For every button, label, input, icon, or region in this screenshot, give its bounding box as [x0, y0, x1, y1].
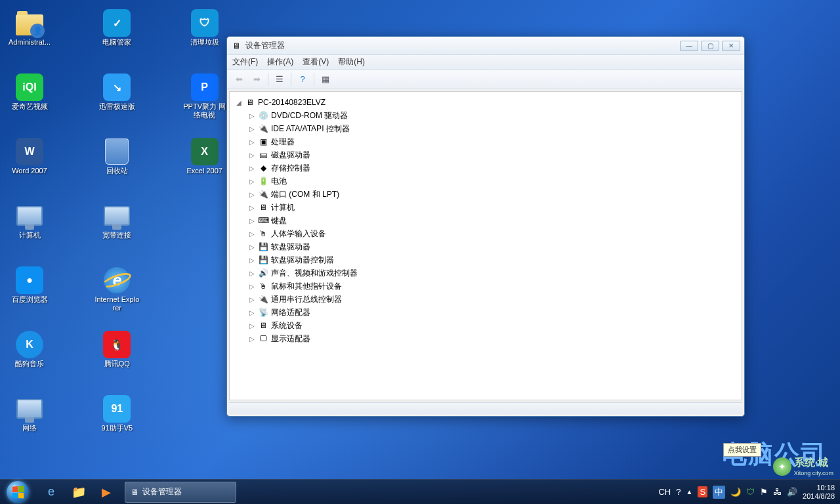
desktop-icon-Internet Explorer[interactable]: eInternet Explorer — [94, 264, 140, 316]
ime-mode[interactable]: 中 — [713, 486, 725, 499]
taskbar: e 📁 ▶ 🖥 设备管理器 CH ? ▲ S 中 🌙 🛡 ⚑ 🖧 🔊 10:18… — [0, 479, 840, 504]
tree-node[interactable]: ▷💿DVD/CD-ROM 驱动器 — [232, 109, 739, 122]
pin-explorer[interactable]: 📁 — [66, 482, 92, 503]
taskbar-item-device-manager[interactable]: 🖥 设备管理器 — [125, 482, 236, 503]
desktop-icon-清理垃圾[interactable]: 🛡清理垃圾 — [182, 7, 228, 59]
expand-icon[interactable]: ▷ — [248, 230, 256, 238]
expand-icon[interactable]: ▷ — [248, 335, 256, 343]
clock[interactable]: 10:18 2014/8/28 — [803, 484, 835, 501]
tree-node[interactable]: ▷🖵显示适配器 — [232, 332, 739, 345]
start-button[interactable] — [0, 480, 35, 505]
expand-icon[interactable]: ▷ — [248, 257, 256, 264]
desktop-icon-91助手V5[interactable]: 9191助手V5 — [94, 392, 140, 445]
node-label: 通用串行总线控制器 — [271, 294, 342, 305]
flag-icon[interactable]: ⚑ — [760, 487, 768, 497]
icon: iQI — [16, 74, 43, 101]
tree-node[interactable]: ▷◆存储控制器 — [232, 161, 739, 175]
expand-icon[interactable]: ▷ — [248, 322, 256, 329]
node-icon: 🖥 — [257, 320, 269, 331]
desktop-icon-Administrat...[interactable]: 👤Administrat... — [7, 7, 52, 59]
expand-icon[interactable]: ▷ — [248, 152, 256, 159]
menu-action[interactable]: 操作(A) — [267, 56, 293, 68]
expand-icon[interactable]: ▷ — [248, 125, 256, 133]
desktop-icon-计算机[interactable]: 计算机 — [7, 200, 52, 252]
titlebar[interactable]: 🖥 设备管理器 — ▢ ✕ — [227, 37, 744, 55]
tooltip-balloon[interactable]: 点我设置 — [723, 443, 761, 457]
security-icon[interactable]: 🛡 — [746, 487, 755, 497]
expand-icon[interactable]: ▷ — [248, 283, 256, 290]
node-label: 显示适配器 — [271, 333, 310, 345]
node-icon: 🖴 — [257, 150, 269, 160]
help-button[interactable]: ? — [295, 72, 310, 87]
menu-help[interactable]: 帮助(H) — [338, 56, 365, 68]
node-icon: 🔌 — [257, 189, 269, 200]
tree-node[interactable]: ▷🖱鼠标和其他指针设备 — [232, 280, 739, 293]
desktop-icon-腾讯QQ[interactable]: 🐧腾讯QQ — [94, 328, 140, 381]
node-label: IDE ATA/ATAPI 控制器 — [271, 123, 350, 135]
expand-icon[interactable]: ▷ — [248, 165, 256, 172]
tree-node[interactable]: ▷▣处理器 — [232, 135, 739, 148]
tree-node[interactable]: ▷🔌通用串行总线控制器 — [232, 293, 739, 306]
expand-icon[interactable]: ▷ — [248, 217, 256, 224]
device-tree[interactable]: ◢ 🖥 PC-20140823ELVZ ▷💿DVD/CD-ROM 驱动器▷🔌ID… — [229, 91, 742, 400]
toolbar: ⬅ ➡ ☰ ? ▦ — [227, 70, 744, 89]
tree-node[interactable]: ▷⌨键盘 — [232, 214, 739, 227]
expand-icon[interactable]: ▷ — [248, 270, 256, 277]
pin-media-player[interactable]: ▶ — [93, 482, 119, 503]
menu-file[interactable]: 文件(F) — [232, 56, 258, 68]
expand-icon[interactable]: ▷ — [248, 204, 256, 211]
expand-icon[interactable]: ▷ — [248, 138, 256, 146]
desktop-icon-回收站[interactable]: 回收站 — [94, 135, 140, 188]
tree-node[interactable]: ▷🖥计算机 — [232, 201, 739, 214]
icon: ✓ — [103, 9, 131, 37]
tree-node[interactable]: ▷🖥系统设备 — [232, 319, 739, 332]
root-label: PC-20140823ELVZ — [258, 98, 326, 107]
tree-node[interactable]: ▷🖴磁盘驱动器 — [232, 148, 739, 161]
icon: X — [191, 138, 219, 165]
forward-button: ➡ — [249, 72, 264, 87]
icon-label: Administrat... — [9, 38, 51, 47]
desktop-icon-Excel 2007[interactable]: XExcel 2007 — [182, 135, 228, 188]
desktop-icon-PPTV聚力 网络电视[interactable]: PPPTV聚力 网络电视 — [182, 71, 228, 123]
close-button[interactable]: ✕ — [722, 41, 740, 51]
expand-icon[interactable]: ▷ — [248, 243, 256, 251]
node-icon: 🔌 — [257, 123, 269, 134]
tree-node[interactable]: ▷🔋电池 — [232, 175, 739, 188]
tree-node[interactable]: ▷💾软盘驱动器 — [232, 240, 739, 253]
pin-ie[interactable]: e — [38, 482, 64, 503]
desktop-icon-爱奇艺视频[interactable]: iQI爱奇艺视频 — [7, 71, 52, 123]
tree-root[interactable]: ◢ 🖥 PC-20140823ELVZ — [232, 96, 739, 109]
node-icon: 🔊 — [257, 268, 269, 278]
volume-icon[interactable]: 🔊 — [787, 487, 797, 497]
icon: 🐧 — [103, 331, 131, 358]
desktop-icon-电脑管家[interactable]: ✓电脑管家 — [94, 7, 140, 59]
expand-icon[interactable]: ▷ — [248, 112, 256, 119]
tree-node[interactable]: ▷💾软盘驱动器控制器 — [232, 253, 739, 266]
help-icon[interactable]: ? — [676, 487, 681, 497]
menu-view[interactable]: 查看(V) — [303, 56, 329, 68]
expand-icon[interactable]: ▷ — [248, 296, 256, 303]
desktop-icon-Word 2007[interactable]: WWord 2007 — [7, 135, 52, 188]
maximize-button[interactable]: ▢ — [701, 41, 719, 51]
desktop-icon-酷狗音乐[interactable]: K酷狗音乐 — [7, 328, 52, 381]
tree-node[interactable]: ▷🔌端口 (COM 和 LPT) — [232, 188, 739, 201]
desktop-icon-宽带连接[interactable]: 宽带连接 — [94, 200, 140, 252]
network-icon[interactable]: 🖧 — [773, 487, 782, 497]
lang-indicator[interactable]: CH — [658, 487, 671, 497]
desktop-icon-迅雷极速版[interactable]: ↘迅雷极速版 — [94, 71, 140, 123]
tree-node[interactable]: ▷🔊声音、视频和游戏控制器 — [232, 266, 739, 280]
tree-node[interactable]: ▷📡网络适配器 — [232, 306, 739, 319]
desktop-icon-百度浏览器[interactable]: ●百度浏览器 — [7, 264, 52, 316]
expand-icon[interactable]: ▷ — [248, 309, 256, 316]
tray-up-icon[interactable]: ▲ — [686, 488, 692, 495]
tree-node[interactable]: ▷🔌IDE ATA/ATAPI 控制器 — [232, 122, 739, 135]
expand-icon[interactable]: ▷ — [248, 191, 256, 198]
scan-hardware-button[interactable]: ▦ — [318, 72, 333, 87]
moon-icon[interactable]: 🌙 — [730, 487, 741, 497]
desktop-icon-网络[interactable]: 网络 — [7, 392, 52, 445]
tree-node[interactable]: ▷🖱人体学输入设备 — [232, 227, 739, 240]
minimize-button[interactable]: — — [680, 41, 698, 51]
expand-icon[interactable]: ▷ — [248, 178, 256, 185]
show-hide-tree-button[interactable]: ☰ — [272, 72, 287, 87]
ime-indicator[interactable]: S — [698, 486, 707, 497]
